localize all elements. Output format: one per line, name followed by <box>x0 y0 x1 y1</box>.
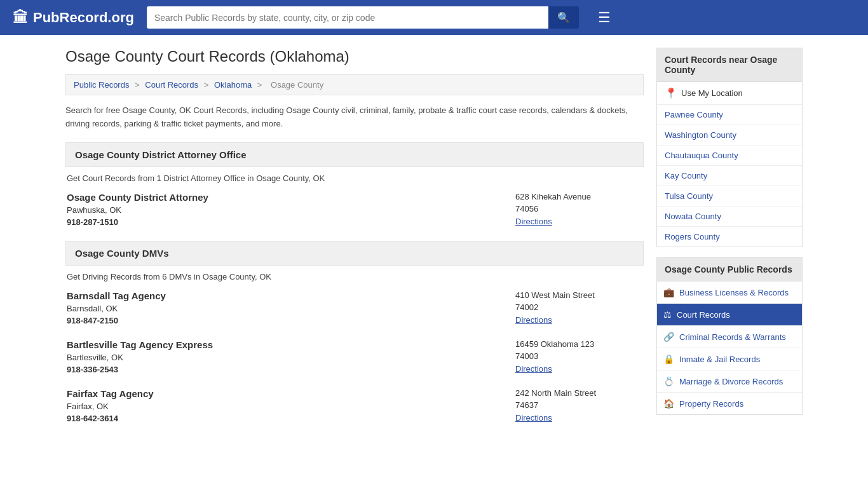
record-city-da: Pawhuska, OK <box>67 205 515 215</box>
page-description: Search for free Osage County, OK Court R… <box>65 104 644 131</box>
breadcrumb-court-records[interactable]: Court Records <box>145 80 198 90</box>
record-phone-da: 918-287-1510 <box>67 217 515 227</box>
record-zip-dmv1: 74002 <box>515 302 642 312</box>
rogers-link[interactable]: Rogers County <box>665 232 720 241</box>
record-dmv-1: Barnsdall Tag Agency Barnsdall, OK 918-8… <box>65 290 644 325</box>
sidebar-item-washington[interactable]: Washington County <box>657 125 802 146</box>
use-my-location[interactable]: 📍 Use My Location <box>657 82 802 105</box>
record-directions-da[interactable]: Directions <box>515 216 642 226</box>
public-records-title: Osage County Public Records <box>656 257 803 281</box>
record-name-dmv3: Fairfax Tag Agency <box>67 388 515 399</box>
property-icon: 🏠 <box>663 398 674 409</box>
record-dmv-2: Bartlesville Tag Agency Express Bartlesv… <box>65 339 644 374</box>
record-address-dmv3: 242 North Main Street <box>515 388 642 398</box>
sidebar: Court Records near Osage County 📍 Use My… <box>656 48 803 437</box>
record-address-da: 628 Kihekah Avenue <box>515 192 642 201</box>
record-directions-dmv2[interactable]: Directions <box>515 363 642 374</box>
court-icon: ⚖ <box>663 309 672 320</box>
record-city-dmv2: Bartlesville, OK <box>67 353 515 362</box>
business-icon: 💼 <box>663 287 674 297</box>
sidebar-item-rogers[interactable]: Rogers County <box>657 227 802 247</box>
record-city-dmv1: Barnsdall, OK <box>67 304 515 313</box>
sidebar-item-tulsa[interactable]: Tulsa County <box>657 186 802 207</box>
washington-link[interactable]: Washington County <box>665 130 736 140</box>
directions-link-dmv2[interactable]: Directions <box>515 364 552 374</box>
search-button[interactable]: 🔍 <box>548 6 579 29</box>
record-city-dmv3: Fairfax, OK <box>67 402 515 411</box>
sidebar-records-business[interactable]: 💼 Business Licenses & Records <box>657 281 802 304</box>
business-link[interactable]: Business Licenses & Records <box>679 288 789 297</box>
breadcrumb: Public Records > Court Records > Oklahom… <box>65 74 644 95</box>
breadcrumb-sep-3: > <box>257 80 264 90</box>
use-location-label: Use My Location <box>681 88 743 98</box>
nowata-link[interactable]: Nowata County <box>665 212 721 221</box>
main-container: Osage County Court Records (Oklahoma) Pu… <box>53 35 815 450</box>
sidebar-records-property[interactable]: 🏠 Property Records <box>657 393 802 414</box>
sidebar-item-kay[interactable]: Kay County <box>657 166 802 186</box>
breadcrumb-sep-2: > <box>204 80 211 90</box>
breadcrumb-sep-1: > <box>135 80 142 90</box>
court-label: Court Records <box>677 310 730 320</box>
record-name-da: Osage County District Attorney <box>67 192 515 203</box>
site-header: 🏛 PubRecord.org 🔍 ☰ <box>0 0 868 35</box>
record-directions-dmv3[interactable]: Directions <box>515 412 642 423</box>
inmate-icon: 🔒 <box>663 354 674 364</box>
section-header-dmv: Osage County DMVs <box>65 241 644 266</box>
content-area: Osage County Court Records (Oklahoma) Pu… <box>65 48 644 437</box>
directions-link-da[interactable]: Directions <box>515 217 552 226</box>
sidebar-records-criminal[interactable]: 🔗 Criminal Records & Warrants <box>657 326 802 348</box>
record-address-dmv1: 410 West Main Street <box>515 290 642 300</box>
inmate-link[interactable]: Inmate & Jail Records <box>679 355 760 364</box>
marriage-icon: 💍 <box>663 376 674 386</box>
sidebar-records-inmate[interactable]: 🔒 Inmate & Jail Records <box>657 348 802 370</box>
directions-link-dmv3[interactable]: Directions <box>515 413 552 423</box>
record-phone-dmv1: 918-847-2150 <box>67 316 515 325</box>
criminal-link[interactable]: Criminal Records & Warrants <box>679 332 786 342</box>
record-zip-dmv3: 74637 <box>515 400 642 410</box>
search-area: 🔍 <box>147 6 579 29</box>
section-desc-da: Get Court Records from 1 District Attorn… <box>65 173 644 183</box>
logo-icon: 🏛 <box>13 9 28 27</box>
criminal-icon: 🔗 <box>663 332 674 342</box>
record-phone-dmv2: 918-336-2543 <box>67 365 515 374</box>
marriage-link[interactable]: Marriage & Divorce Records <box>679 377 783 386</box>
page-title: Osage County Court Records (Oklahoma) <box>65 48 644 65</box>
sidebar-item-nowata[interactable]: Nowata County <box>657 207 802 227</box>
sidebar-item-pawnee[interactable]: Pawnee County <box>657 105 802 125</box>
sidebar-item-chautauqua[interactable]: Chautauqua County <box>657 146 802 166</box>
search-input[interactable] <box>147 6 548 29</box>
breadcrumb-oklahoma[interactable]: Oklahoma <box>214 80 252 90</box>
record-zip-da: 74056 <box>515 204 642 214</box>
sidebar-records-marriage[interactable]: 💍 Marriage & Divorce Records <box>657 370 802 393</box>
location-pin-icon: 📍 <box>665 87 677 99</box>
menu-icon: ☰ <box>598 10 611 25</box>
record-name-dmv1: Barnsdall Tag Agency <box>67 290 515 301</box>
section-header-da: Osage County District Attorney Office <box>65 142 644 167</box>
record-zip-dmv2: 74003 <box>515 351 642 361</box>
logo-text: PubRecord.org <box>33 10 134 26</box>
tulsa-link[interactable]: Tulsa County <box>665 191 713 201</box>
sidebar-records-court[interactable]: ⚖ Court Records <box>657 304 802 326</box>
menu-button[interactable]: ☰ <box>598 10 611 26</box>
record-name-dmv2: Bartlesville Tag Agency Express <box>67 339 515 350</box>
breadcrumb-public-records[interactable]: Public Records <box>74 80 129 90</box>
search-icon: 🔍 <box>557 12 570 23</box>
breadcrumb-osage-county: Osage County <box>271 80 323 90</box>
pawnee-link[interactable]: Pawnee County <box>665 110 723 119</box>
record-directions-dmv1[interactable]: Directions <box>515 315 642 325</box>
directions-link-dmv1[interactable]: Directions <box>515 315 552 325</box>
property-link[interactable]: Property Records <box>679 399 743 409</box>
chautauqua-link[interactable]: Chautauqua County <box>665 151 738 160</box>
record-da: Osage County District Attorney Pawhuska,… <box>65 192 644 227</box>
nearby-title: Court Records near Osage County <box>656 48 803 82</box>
record-address-dmv2: 16459 Oklahoma 123 <box>515 339 642 349</box>
logo[interactable]: 🏛 PubRecord.org <box>13 9 134 27</box>
record-phone-dmv3: 918-642-3614 <box>67 414 515 423</box>
record-dmv-3: Fairfax Tag Agency Fairfax, OK 918-642-3… <box>65 388 644 423</box>
kay-link[interactable]: Kay County <box>665 171 707 180</box>
section-desc-dmv: Get Driving Records from 6 DMVs in Osage… <box>65 272 644 281</box>
nearby-list: 📍 Use My Location Pawnee County Washingt… <box>656 82 803 247</box>
public-records-list: 💼 Business Licenses & Records ⚖ Court Re… <box>656 281 803 415</box>
